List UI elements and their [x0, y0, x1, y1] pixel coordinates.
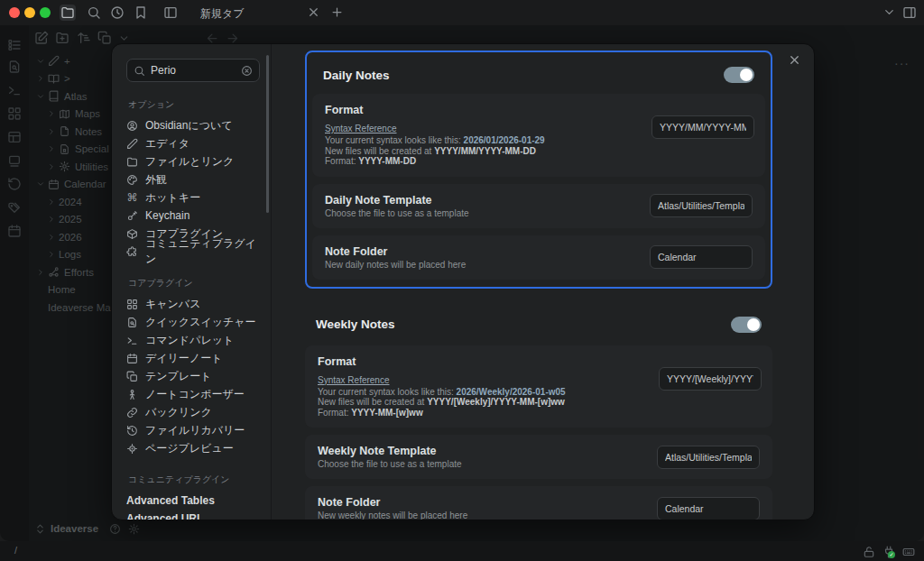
- setting-desc: Choose the file to use as a template: [325, 208, 469, 218]
- daily-notes-header: Daily Notes: [312, 58, 765, 94]
- setting-name: Daily Note Template: [325, 194, 469, 207]
- syntax-preview-line: Your current syntax looks like this: 202…: [325, 135, 686, 146]
- settings-menu-item--[interactable]: デイリーノート: [126, 349, 260, 367]
- person-icon: [126, 389, 138, 400]
- copy-icon: [126, 371, 138, 382]
- setting-desc: Choose the file to use as a template: [318, 459, 462, 469]
- sidebar-scrollbar[interactable]: [266, 55, 269, 213]
- lock-open-icon[interactable]: [863, 546, 875, 558]
- left-sidebar-toggle-icon[interactable]: [162, 5, 179, 21]
- file-search-icon: [126, 317, 138, 328]
- close-settings-icon[interactable]: [788, 53, 801, 67]
- settings-menu-item-advanced-uri[interactable]: Advanced URI: [126, 510, 260, 520]
- settings-menu-item--[interactable]: エディタ: [126, 134, 260, 152]
- settings-menu-item--[interactable]: クイックスイッチャー: [126, 313, 260, 331]
- setting-name: Note Folder: [318, 496, 467, 509]
- setting-desc: New daily notes will be placed here: [325, 260, 466, 270]
- settings-menu-item-label: Advanced Tables: [126, 494, 215, 507]
- weekly-notes-title: Weekly Notes: [316, 317, 395, 331]
- settings-search[interactable]: [126, 59, 260, 82]
- setting-name: Weekly Note Template: [318, 445, 462, 457]
- status-path: /: [14, 545, 17, 556]
- weekly-notes-toggle[interactable]: [731, 317, 762, 333]
- daily-notes-group: Daily Notes Format Syntax Reference Your…: [305, 51, 772, 289]
- weekly-format-setting: Format Syntax Reference Your current syn…: [305, 345, 772, 428]
- settings-menu-item-label: ノートコンポーザー: [145, 387, 245, 402]
- settings-menu: オプションObsidianについてエディタファイルとリンク外観⌘ホットキーKey…: [126, 98, 260, 520]
- settings-menu-item-label: ファイルとリンク: [145, 154, 234, 170]
- settings-menu-section-header: オプション: [128, 98, 260, 111]
- palette-icon: [126, 174, 138, 186]
- folder-icon: [126, 156, 138, 168]
- settings-menu-item--[interactable]: キャンバス: [126, 295, 260, 313]
- keyboard-icon[interactable]: [902, 546, 915, 558]
- daily-folder-setting: Note Folder New daily notes will be plac…: [312, 235, 765, 280]
- right-sidebar-toggle-icon[interactable]: [901, 5, 918, 21]
- search-icon[interactable]: [86, 5, 102, 21]
- settings-menu-item--[interactable]: コミュニティプラグイン: [126, 243, 260, 261]
- settings-menu-item--[interactable]: 外観: [126, 170, 260, 189]
- history-icon: [126, 425, 138, 437]
- settings-search-input[interactable]: [145, 64, 241, 77]
- syntax-preview-line: Your current syntax looks like this: 202…: [318, 387, 679, 398]
- setting-name: Format: [325, 104, 753, 116]
- settings-menu-item--[interactable]: ノートコンポーザー: [126, 385, 260, 403]
- daily-notes-title: Daily Notes: [323, 69, 390, 82]
- weekly-folder-setting: Note Folder New weekly notes will be pla…: [305, 486, 772, 520]
- settings-menu-item--[interactable]: ファイルとリンク: [126, 152, 260, 170]
- bookmark-icon[interactable]: [133, 5, 149, 21]
- new-tab-icon[interactable]: [330, 5, 344, 19]
- terminal-icon: [126, 335, 138, 346]
- clear-search-icon[interactable]: [241, 65, 253, 77]
- settings-menu-section-header: コミュニティプラグイン: [128, 474, 260, 486]
- settings-content: Daily Notes Format Syntax Reference Your…: [272, 44, 814, 520]
- settings-menu-item--[interactable]: ファイルリカバリー: [126, 421, 260, 439]
- settings-menu-item-label: ホットキー: [145, 190, 200, 206]
- daily-notes-toggle[interactable]: [724, 67, 754, 83]
- grid-icon: [126, 299, 138, 310]
- workspace: +>AtlasMapsNotesSpecialUtilitiesCalendar…: [0, 25, 924, 541]
- close-window-button[interactable]: [9, 7, 20, 18]
- weekly-format-input[interactable]: [659, 367, 762, 391]
- setting-desc: New weekly notes will be placed here: [318, 510, 467, 520]
- daily-folder-input[interactable]: [650, 245, 753, 269]
- tab-list-chevron-icon[interactable]: [882, 5, 896, 19]
- settings-menu-item-label: コマンドパレット: [145, 333, 234, 348]
- daily-format-setting: Format Syntax Reference Your current syn…: [312, 94, 765, 177]
- zoom-window-button[interactable]: [40, 7, 51, 18]
- titlebar: 新規タブ: [0, 0, 924, 25]
- settings-menu-item--[interactable]: バックリンク: [126, 403, 260, 421]
- recent-files-icon[interactable]: [109, 5, 125, 21]
- obsidian-window: 新規タブ +>AtlasMapsNotesSpecialUtilitiesCal…: [0, 0, 924, 561]
- format-line: Format: YYYY-MM-DD: [325, 156, 686, 167]
- tab-title[interactable]: 新規タブ: [200, 6, 245, 22]
- settings-menu-item-label: デイリーノート: [145, 351, 222, 366]
- folder-icon[interactable]: [60, 5, 76, 21]
- daily-template-input[interactable]: [650, 194, 753, 217]
- settings-menu-item--[interactable]: コマンドパレット: [126, 331, 260, 349]
- settings-menu-item-label: キャンバス: [145, 297, 200, 312]
- settings-menu-item-keychain[interactable]: Keychain: [126, 207, 260, 225]
- settings-menu-item-label: ファイルリカバリー: [145, 423, 245, 438]
- daily-format-input[interactable]: [651, 115, 754, 139]
- minimize-window-button[interactable]: [24, 7, 35, 18]
- syntax-reference-link[interactable]: Syntax Reference: [325, 124, 397, 133]
- weekly-folder-input[interactable]: [657, 497, 760, 520]
- settings-menu-item--[interactable]: ⌘ホットキー: [126, 189, 260, 207]
- key-icon: [126, 210, 138, 222]
- setting-name: Format: [318, 355, 760, 368]
- settings-menu-item-advanced-tables[interactable]: Advanced Tables: [126, 492, 260, 510]
- settings-menu-item-label: Obsidianについて: [145, 118, 233, 133]
- syntax-reference-link[interactable]: Syntax Reference: [318, 375, 390, 385]
- settings-menu-item--[interactable]: ページプレビュー: [126, 439, 260, 457]
- weekly-template-input[interactable]: [657, 446, 760, 469]
- pencil-icon: [126, 138, 138, 150]
- tab-close-icon[interactable]: [307, 5, 320, 19]
- created-at-line: New files will be created at YYYY/MM/YYY…: [325, 146, 686, 157]
- puzzle-icon: [126, 246, 138, 258]
- settings-menu-item-obsidian-[interactable]: Obsidianについて: [126, 116, 260, 134]
- settings-menu-item-label: エディタ: [145, 136, 189, 152]
- user-circle-icon: [126, 120, 138, 132]
- settings-menu-item--[interactable]: テンプレート: [126, 367, 260, 385]
- target-icon: [126, 443, 138, 455]
